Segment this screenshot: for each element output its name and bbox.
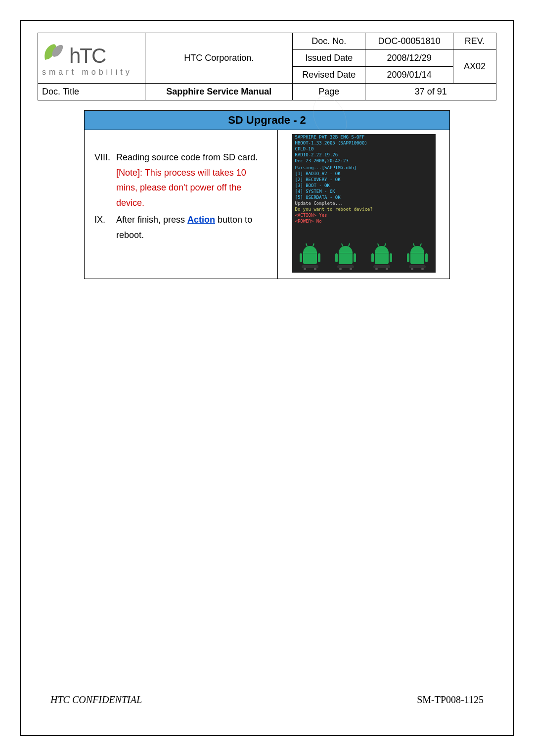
page-label: Page [293,84,365,100]
android-icon [300,246,320,271]
footer-confidential: HTC CONFIDENTIAL [50,694,142,706]
header-table: hTC smart mobility HTC Corporation. Doc.… [38,33,496,100]
rev-label: REV. [453,33,496,50]
htc-logo-icon [42,40,67,63]
screenshot-cell: SAPPHIRE PVT 32B ENG S-OFFHBOOT-1.33.200… [278,130,450,279]
section-header: SD Upgrade - 2 [85,111,450,130]
doc-title: Sapphire Service Manual [145,84,293,100]
phone-bootloader-screenshot: SAPPHIRE PVT 32B ENG S-OFFHBOOT-1.33.200… [292,134,436,273]
android-mascot-row [292,246,436,271]
doc-no-label: Doc. No. [293,33,365,50]
footer: HTC CONFIDENTIAL SM-TP008-1125 [50,694,484,706]
revised-date-value: 2009/01/14 [365,67,453,84]
logo-subtitle: smart mobility [42,68,133,77]
footer-doc-code: SM-TP008-1125 [417,694,484,706]
logo-text: hTC [69,44,105,67]
list-item: VIII. Reading source code from SD card. … [94,150,267,210]
content-table: SD Upgrade - 2 VIII. Reading source code… [84,110,450,279]
instructions-cell: VIII. Reading source code from SD card. … [85,130,278,279]
action-link: Action [187,215,215,225]
revised-date-label: Revised Date [293,67,365,84]
doc-title-label: Doc. Title [38,84,145,100]
htc-logo: hTC smart mobility [42,40,133,77]
item-text: Reading source code from SD card. [116,152,258,162]
issued-date-value: 2008/12/29 [365,50,453,67]
issued-date-label: Issued Date [293,50,365,67]
android-icon [372,246,392,271]
rev-value: AX02 [453,50,496,84]
doc-no-value: DOC-00051810 [365,33,453,50]
corp-name: HTC Corporation. [145,33,293,84]
android-icon [336,246,356,271]
list-item: IX. After finish, press Action button to… [94,212,267,242]
item-text-before: After finish, press [116,215,187,225]
roman-numeral: VIII. [94,150,116,210]
roman-numeral: IX. [94,212,116,242]
page-value: 37 of 91 [365,84,496,100]
android-icon [407,246,427,271]
item-note: [Note]: This process will takes 10 mins,… [116,168,246,208]
